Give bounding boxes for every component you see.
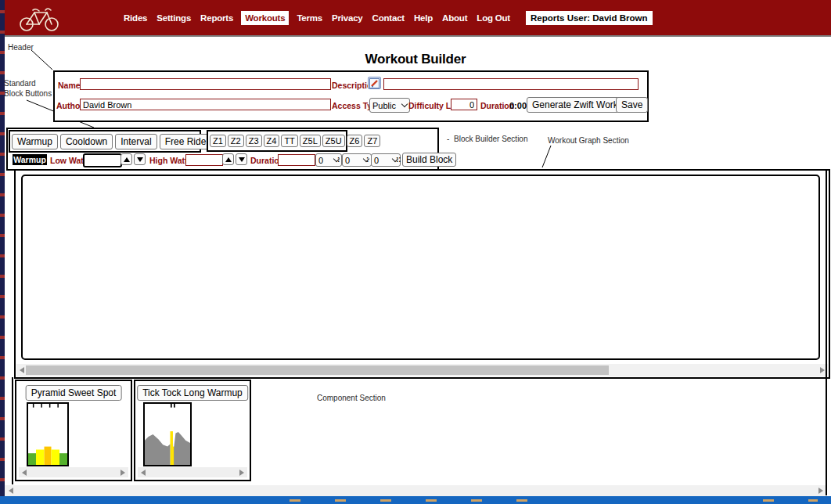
zone-z2-button[interactable]: Z2 [228,135,244,147]
triangle-down-icon [239,157,245,162]
time-separator: :: [396,155,401,164]
block-builder-row: Warmup Low Watts High Watts Duration 0:0… [9,153,436,167]
low-watts-down-button[interactable] [134,153,146,165]
component-preview-chart [143,402,192,466]
access-type-select[interactable]: Public [369,98,410,113]
save-button[interactable]: Save [616,97,648,113]
zone-z5u-button[interactable]: Z5U [322,135,345,147]
zone-z6-button[interactable]: Z6 [347,135,363,147]
time-select-value: 0 [374,156,379,165]
high-watts-down-button[interactable] [236,153,247,165]
annotation-header: Header [8,43,34,52]
low-watts-up-button[interactable] [121,153,132,165]
free-ride-button[interactable]: Free Ride [160,134,212,149]
scroll-right-icon[interactable] [239,470,244,476]
graph-scrollbar-thumb[interactable] [26,365,609,375]
scroll-left-icon[interactable] [20,367,24,373]
triangle-up-icon [225,157,232,162]
pencil-icon [369,78,380,88]
nav-workouts[interactable]: Workouts [241,11,289,25]
window-left-edge [0,0,5,504]
zone-tt-button[interactable]: TT [281,135,297,147]
scroll-right-icon[interactable] [818,488,823,494]
edit-description-icon[interactable] [368,77,381,89]
nav-log-out[interactable]: Log Out [475,11,512,25]
duration-value: 0:00 [509,101,527,110]
component-section: Pyramid Sweet SpotTick Tock Long Warmup [12,377,829,484]
nav-contact[interactable]: Contact [371,11,406,25]
reports-user-badge: Reports User: David Brown [526,11,653,25]
zone-z1-button[interactable]: Z1 [210,135,226,147]
annotation-block-builder-section: Block Builder Section [454,135,528,143]
preview-svg [145,404,190,465]
time-separator: : [337,155,340,164]
zone-block-buttons-group: Z1Z2Z3Z4TTZ5LZ5UZ6Z7 [207,130,347,152]
triangle-up-icon [124,157,130,162]
bicycle-logo-icon [17,3,63,33]
high-watts-up-button[interactable] [222,153,234,165]
scroll-left-icon[interactable] [9,488,13,494]
name-input[interactable] [80,78,331,90]
build-block-button[interactable]: Build Block [402,153,456,167]
cooldown-button[interactable]: Cooldown [60,134,113,149]
zone-z3-button[interactable]: Z3 [246,135,262,147]
tick-tock-long-warmup-button[interactable]: Tick Tock Long Warmup [137,385,248,401]
scroll-left-icon[interactable] [22,470,27,476]
header-bar: RidesSettingsReportsWorkoutsTermsPrivacy… [5,0,831,37]
chevron-down-icon [401,101,408,107]
block-builder-section: WarmupCooldownIntervalFree RideRamp Test… [6,128,439,171]
component-card-scrollbar[interactable] [19,467,128,477]
preview-svg [28,404,67,465]
nav-settings[interactable]: Settings [155,11,192,25]
nav-reports[interactable]: Reports [199,11,235,25]
component-card-pyramid-sweet-spot[interactable]: Pyramid Sweet Spot [15,380,132,481]
triangle-down-icon [137,157,143,162]
scroll-right-icon[interactable] [121,470,125,476]
component-card-tick-tock-long-warmup[interactable]: Tick Tock Long Warmup [134,380,251,481]
high-watts-input[interactable] [185,154,223,166]
access-type-value: Public [372,101,396,110]
low-watts-input[interactable] [83,153,122,167]
annotation-standard-line1: Standard [4,78,52,88]
standard-block-buttons-group: WarmupCooldownIntervalFree RideRamp Test [9,130,201,153]
taskbar-marks [763,499,818,502]
content-right-border [826,169,827,495]
component-preview-chart [27,402,69,466]
block-duration-input[interactable] [278,154,315,166]
time-select-value: 0 [318,156,323,165]
taskbar-marks [290,499,556,502]
time-separator: : [366,155,369,164]
component-card-scrollbar[interactable] [138,467,247,477]
workout-graph-canvas[interactable] [21,175,820,360]
nav-rides[interactable]: Rides [122,11,149,25]
nav-about[interactable]: About [441,11,469,25]
workout-graph-section [14,169,830,379]
workout-form: Name Description Author Access Type Publ… [53,70,649,122]
nav-terms[interactable]: Terms [295,11,324,25]
interval-button[interactable]: Interval [115,134,156,149]
time-select-value: 0 [345,156,350,165]
main-nav: RidesSettingsReportsWorkoutsTermsPrivacy… [122,0,653,35]
nav-privacy[interactable]: Privacy [330,11,365,25]
selected-block-tag: Warmup [13,154,47,165]
page-horizontal-scrollbar[interactable] [5,485,827,496]
description-input[interactable] [383,78,639,90]
annotation-standard-block-buttons: Standard Block Buttons [4,78,52,99]
page-title: Workout Builder [0,52,831,67]
name-label: Name [58,81,81,90]
warmup-button[interactable]: Warmup [12,134,58,149]
scroll-right-icon[interactable] [820,367,825,373]
annotation-workout-graph-section: Workout Graph Section [548,136,629,145]
zone-z4-button[interactable]: Z4 [264,135,280,147]
pyramid-sweet-spot-button[interactable]: Pyramid Sweet Spot [26,385,122,401]
graph-horizontal-scrollbar[interactable] [16,364,828,376]
scroll-left-icon[interactable] [141,470,146,476]
workout-builder-page: RidesSettingsReportsWorkoutsTermsPrivacy… [0,0,831,504]
nav-help[interactable]: Help [412,11,434,25]
difficulty-level-input[interactable] [451,99,477,110]
zone-z7-button[interactable]: Z7 [364,135,380,147]
annotation-standard-line2: Block Buttons [4,88,52,99]
zone-z5l-button[interactable]: Z5L [300,135,321,147]
author-input[interactable] [80,99,331,110]
window-bottom-edge [0,496,831,504]
